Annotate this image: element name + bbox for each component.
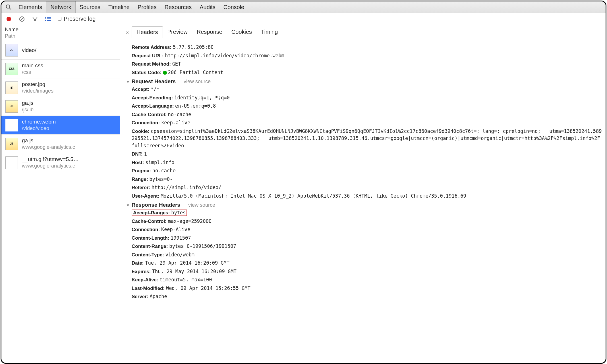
view-source-link[interactable]: view source: [188, 202, 215, 208]
devtools-tabbar: ElementsNetworkSourcesTimelineProfilesRe…: [1, 1, 606, 13]
svg-line-4: [20, 17, 24, 21]
triangle-down-icon: ▼: [126, 80, 130, 84]
request-name: poster.jpg: [22, 81, 53, 87]
content-length-label: Content-Length:: [132, 235, 169, 241]
content-type-value: video/webm: [165, 252, 194, 258]
cookie-label: Cookie:: [132, 129, 149, 134]
accept-label: Accept:: [132, 87, 149, 92]
col-path: Path: [5, 33, 117, 39]
detail-tab-headers[interactable]: Headers: [132, 26, 163, 38]
response-headers-section[interactable]: ▼Response Headersview source: [126, 202, 606, 208]
server-value: Apache: [150, 294, 167, 299]
file-html-icon: <>: [5, 44, 18, 57]
date-label: Date:: [132, 260, 144, 266]
list-header: Name Path: [1, 25, 120, 41]
request-method-value: GET: [172, 61, 181, 67]
file-css-icon: CSS: [5, 63, 18, 75]
request-path: www.google-analytics.c: [22, 144, 75, 150]
triangle-down-icon: ▼: [126, 203, 130, 208]
clear-icon[interactable]: [18, 16, 25, 22]
search-icon[interactable]: [5, 4, 12, 10]
content-range-label: Content-Range:: [132, 244, 168, 249]
range-value: bytes=0-: [149, 176, 173, 182]
expires-value: Thu, 29 May 2014 16:20:09 GMT: [152, 269, 237, 274]
preserve-log-checkbox[interactable]: Preserve log: [58, 16, 96, 22]
detail-tab-timing[interactable]: Timing: [256, 26, 282, 38]
tab-sources[interactable]: Sources: [76, 1, 104, 13]
tab-audits[interactable]: Audits: [196, 1, 219, 13]
status-code-label: Status Code:: [132, 70, 161, 75]
server-label: Server:: [132, 294, 148, 299]
content-length-value: 1991507: [171, 235, 191, 241]
content-range-value: bytes 0-1991506/1991507: [169, 243, 236, 249]
tab-profiles[interactable]: Profiles: [134, 1, 161, 13]
accept-ranges-label: Accept-Ranges:: [133, 210, 170, 216]
keep-alive-label: Keep-Alive:: [132, 277, 158, 283]
request-path: /video/video: [22, 125, 56, 131]
request-name: ga.js: [22, 100, 34, 106]
request-url-label: Request URL:: [132, 53, 163, 58]
range-label: Range:: [132, 177, 148, 182]
dnt-value: 1: [144, 151, 147, 157]
tab-elements[interactable]: Elements: [14, 1, 46, 13]
request-name: ga.js: [22, 137, 75, 144]
svg-marker-5: [33, 17, 37, 21]
accept-encoding-value: identity;q=1, *;q=0: [174, 95, 229, 101]
record-icon[interactable]: [5, 16, 12, 22]
request-method-label: Request Method:: [132, 61, 171, 67]
tab-resources[interactable]: Resources: [161, 1, 196, 13]
filter-icon[interactable]: [32, 16, 38, 22]
svg-rect-11: [47, 20, 51, 21]
request-row[interactable]: chrome.webm/video/video: [1, 116, 120, 135]
connection-label: Connection:: [132, 120, 160, 125]
dnt-label: DNT:: [132, 151, 143, 157]
cache-control-label: Cache-Control:: [132, 112, 167, 117]
file-vid-icon: [5, 119, 18, 131]
request-url-value: http://simpl.info/video/video/chrome.web…: [165, 53, 284, 58]
host-label: Host:: [132, 160, 144, 165]
preserve-log-input[interactable]: [58, 17, 61, 21]
keep-alive-value: timeout=5, max=100: [159, 277, 212, 283]
request-row[interactable]: <>video/: [1, 41, 120, 60]
request-row[interactable]: JSga.jswww.google-analytics.c: [1, 135, 120, 153]
request-path: www.google-analytics.c: [22, 163, 79, 169]
svg-point-0: [6, 5, 10, 8]
request-name: video/: [22, 47, 36, 53]
tab-timeline[interactable]: Timeline: [104, 1, 134, 13]
file-img-icon: ◧: [5, 81, 18, 94]
connection-value: keep-alive: [161, 120, 190, 125]
svg-point-2: [7, 17, 11, 21]
detail-tab-cookies[interactable]: Cookies: [227, 26, 256, 38]
request-row[interactable]: JSga.js/js/lib: [1, 97, 120, 116]
view-source-link[interactable]: view source: [184, 79, 211, 85]
detail-tab-preview[interactable]: Preview: [163, 26, 192, 38]
remote-address-value: 5.77.51.205:80: [173, 44, 214, 50]
request-list: Name Path <>video/CSSmain.css/css◧poster…: [1, 25, 120, 363]
request-name: chrome.webm: [22, 119, 56, 125]
request-name: __utm.gif?utmwv=5.5…: [22, 156, 79, 162]
referer-value: http://simpl.info/video/: [152, 185, 221, 190]
file-js-icon: JS: [5, 100, 18, 113]
close-icon[interactable]: ×: [123, 30, 132, 38]
list-icon[interactable]: [45, 16, 51, 22]
request-row[interactable]: CSSmain.css/css: [1, 60, 120, 78]
accept-ranges-value: bytes: [171, 210, 186, 216]
user-agent-label: User-Agent:: [132, 193, 159, 199]
pragma-label: Pragma:: [132, 168, 151, 173]
request-row[interactable]: ◧poster.jpg/video/images: [1, 78, 120, 97]
request-row[interactable]: __utm.gif?utmwv=5.5…www.google-analytics…: [1, 153, 120, 172]
detail-pane: × HeadersPreviewResponseCookiesTiming Re…: [120, 25, 606, 363]
last-modified-value: Wed, 09 Apr 2014 15:26:55 GMT: [166, 285, 250, 291]
res-cache-control-label: Cache-Control:: [132, 219, 167, 224]
request-headers-section[interactable]: ▼Request Headersview source: [126, 78, 606, 85]
svg-rect-7: [47, 17, 51, 18]
detail-tab-response[interactable]: Response: [192, 26, 227, 38]
tab-network[interactable]: Network: [46, 1, 75, 13]
file-js-icon: JS: [5, 138, 18, 150]
tab-console[interactable]: Console: [219, 1, 248, 13]
col-name: Name: [5, 27, 117, 33]
svg-rect-10: [45, 20, 46, 21]
cookie-value: cpsession=simplinf%3aeDkLdG2elvxaS38KAur…: [132, 128, 602, 148]
pragma-value: no-cache: [152, 168, 176, 173]
request-path: /css: [22, 69, 43, 75]
